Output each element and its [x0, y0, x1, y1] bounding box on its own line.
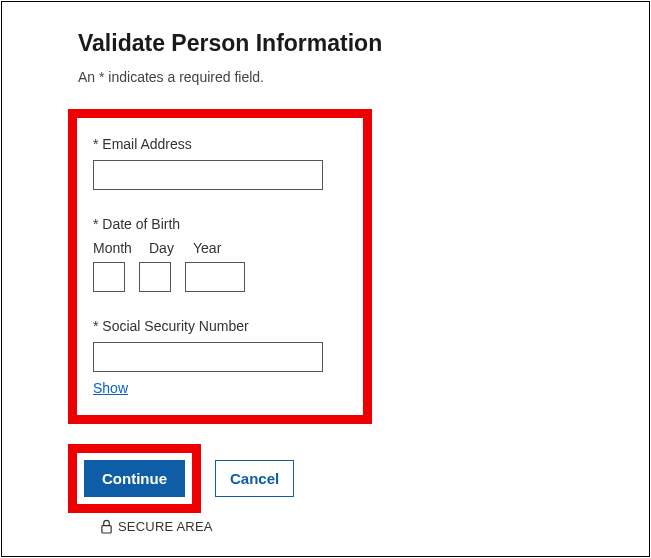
page-title: Validate Person Information	[26, 30, 625, 57]
ssn-label: * Social Security Number	[93, 318, 347, 334]
dob-month-label: Month	[93, 240, 135, 256]
secure-area-row: SECURE AREA	[100, 519, 625, 534]
required-note: An * indicates a required field.	[26, 69, 625, 85]
continue-highlight-box: Continue	[68, 444, 201, 513]
dob-year-label: Year	[193, 240, 248, 256]
continue-button[interactable]: Continue	[84, 460, 185, 497]
secure-area-label: SECURE AREA	[118, 519, 213, 534]
ssn-field-group: * Social Security Number Show	[93, 318, 347, 397]
cancel-button[interactable]: Cancel	[215, 460, 294, 497]
dob-year-input[interactable]	[185, 262, 245, 292]
fields-highlight-box: * Email Address * Date of Birth Month Da…	[68, 109, 372, 424]
email-label: * Email Address	[93, 136, 347, 152]
ssn-show-link[interactable]: Show	[93, 380, 128, 396]
dob-month-input[interactable]	[93, 262, 125, 292]
dob-input-row	[93, 262, 347, 292]
ssn-input[interactable]	[93, 342, 323, 372]
svg-rect-0	[102, 526, 111, 533]
dob-sublabel-row: Month Day Year	[93, 240, 347, 256]
button-row: Continue Cancel	[68, 444, 625, 513]
dob-label: * Date of Birth	[93, 216, 347, 232]
email-input[interactable]	[93, 160, 323, 190]
email-field-group: * Email Address	[93, 136, 347, 190]
dob-day-input[interactable]	[139, 262, 171, 292]
form-container: Validate Person Information An * indicat…	[1, 1, 650, 557]
lock-icon	[100, 519, 113, 534]
dob-field-group: * Date of Birth Month Day Year	[93, 216, 347, 292]
dob-day-label: Day	[149, 240, 179, 256]
